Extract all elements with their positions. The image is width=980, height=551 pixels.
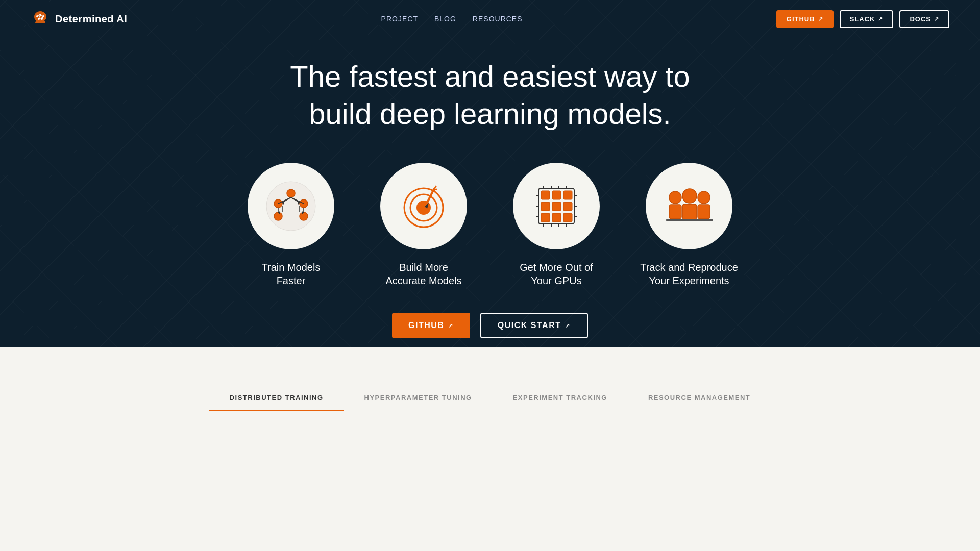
hero-title-line1: The fastest and easiest way to (290, 60, 690, 93)
svg-point-16 (274, 212, 282, 220)
feature-accurate-label: Build More Accurate Models (386, 261, 462, 287)
hero-title: The fastest and easiest way to build dee… (260, 58, 720, 132)
nav-resources[interactable]: RESOURCES (473, 15, 523, 23)
svg-point-60 (669, 191, 681, 204)
nav-github-button[interactable]: GITHUB (776, 10, 834, 28)
feature-gpu-label: Get More Out of Your GPUs (520, 261, 593, 287)
brand-name: Determined AI (55, 13, 127, 25)
cta-github-button[interactable]: GITHUB (392, 313, 470, 338)
nav-slack-button[interactable]: SLACK (840, 10, 894, 28)
svg-rect-61 (669, 205, 681, 219)
feature-gpu: Get More Out of Your GPUs (505, 163, 607, 287)
cta-buttons: GITHUB QUICK START (0, 313, 980, 338)
tabs-section: DISTRIBUTED TRAINING HYPERPARAMETER TUNI… (0, 347, 980, 551)
feature-train-label: Train Models Faster (262, 261, 321, 287)
feature-accurate-circle (380, 163, 467, 249)
gpu-icon (528, 178, 584, 234)
hero-content: The fastest and easiest way to build dee… (0, 38, 980, 338)
nav-docs-button[interactable]: DOCS (899, 10, 949, 28)
hero-title-line2: build deep learning models. (309, 97, 671, 130)
accurate-models-icon (396, 178, 452, 234)
nav-buttons: GITHUB SLACK DOCS (776, 10, 949, 28)
svg-rect-43 (541, 213, 550, 222)
svg-rect-42 (564, 202, 572, 211)
feature-track-label: Track and Reproduce Your Experiments (640, 261, 738, 287)
navbar: Determined AI PROJECT BLOG RESOURCES GIT… (0, 0, 980, 38)
svg-rect-38 (552, 191, 561, 199)
svg-rect-66 (666, 219, 713, 221)
track-experiments-icon (661, 178, 717, 234)
cta-quickstart-button[interactable]: QUICK START (480, 313, 588, 338)
svg-rect-65 (698, 205, 710, 219)
svg-rect-41 (552, 202, 561, 211)
svg-rect-44 (552, 213, 561, 222)
nav-project[interactable]: PROJECT (381, 15, 418, 23)
feature-accurate-models: Build More Accurate Models (373, 163, 475, 287)
tab-distributed-training[interactable]: DISTRIBUTED TRAINING (209, 388, 344, 411)
feature-track: Track and Reproduce Your Experiments (638, 163, 740, 287)
train-models-icon (263, 178, 319, 234)
svg-point-62 (682, 189, 697, 203)
feature-track-circle (646, 163, 732, 249)
hero-section: Determined AI PROJECT BLOG RESOURCES GIT… (0, 0, 980, 347)
tab-resource-management[interactable]: RESOURCE MANAGEMENT (628, 388, 771, 411)
svg-point-13 (287, 189, 295, 197)
tab-hyperparameter-tuning[interactable]: HYPERPARAMETER TUNING (344, 388, 493, 411)
nav-links: PROJECT BLOG RESOURCES (381, 15, 523, 23)
feature-train-models: Train Models Faster (240, 163, 342, 287)
logo[interactable]: Determined AI (31, 9, 127, 29)
logo-icon (31, 9, 50, 29)
svg-rect-39 (564, 191, 572, 199)
svg-rect-40 (541, 202, 550, 211)
svg-rect-37 (541, 191, 550, 199)
svg-rect-45 (564, 213, 572, 222)
svg-rect-63 (682, 204, 697, 219)
nav-blog[interactable]: BLOG (434, 15, 456, 23)
feature-gpu-circle (513, 163, 600, 249)
svg-point-64 (698, 191, 710, 204)
feature-cards: Train Models Faster (0, 163, 980, 287)
svg-point-17 (300, 212, 308, 220)
tab-experiment-tracking[interactable]: EXPERIMENT TRACKING (493, 388, 628, 411)
feature-train-circle (248, 163, 334, 249)
tabs-bar: DISTRIBUTED TRAINING HYPERPARAMETER TUNI… (102, 347, 878, 411)
